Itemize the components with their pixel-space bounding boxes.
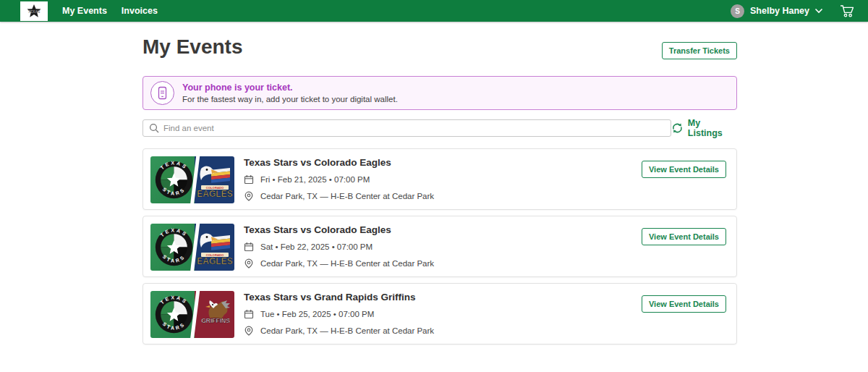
main-content: My Events Transfer Tickets Your phone is…	[142, 34, 737, 344]
event-title: Texas Stars vs Grand Rapids Griffins	[244, 292, 434, 303]
location-pin-icon	[244, 326, 254, 336]
search-row: My Listings	[142, 118, 737, 138]
event-info: Texas Stars vs Colorado Eagles Sat • Feb…	[244, 224, 434, 269]
user-menu[interactable]: S Shelby Haney	[731, 4, 823, 18]
refresh-icon	[671, 122, 684, 134]
nav-link-invoices[interactable]: Invoices	[122, 6, 158, 16]
event-card: TEXAS STARS COLORADO EAGLES	[142, 216, 737, 277]
event-date-row: Sat • Feb 22, 2025 • 07:00 PM	[244, 242, 434, 252]
location-pin-icon	[244, 191, 254, 201]
view-event-details-button[interactable]: View Event Details	[642, 295, 726, 313]
svg-text:EAGLES: EAGLES	[197, 256, 232, 266]
top-nav: TEXAS My Events Invoices S Shelby Haney	[0, 0, 868, 22]
texas-stars-logo-icon: TEXAS STARS	[154, 160, 194, 200]
banner-title: Your phone is your ticket.	[182, 83, 398, 93]
colorado-eagles-logo-icon: COLORADO EAGLES	[195, 158, 233, 202]
event-card: TEXAS STARS GRIFFINS Texas Stars vs Gran…	[142, 283, 737, 344]
transfer-tickets-button[interactable]: Transfer Tickets	[662, 42, 737, 59]
page-header: My Events Transfer Tickets	[142, 34, 737, 59]
event-venue-row: Cedar Park, TX — H-E-B Center at Cedar P…	[244, 258, 434, 269]
event-venue: Cedar Park, TX — H-E-B Center at Cedar P…	[260, 259, 434, 268]
calendar-icon	[244, 174, 254, 185]
event-venue: Cedar Park, TX — H-E-B Center at Cedar P…	[260, 192, 434, 200]
event-image: TEXAS STARS COLORADO EAGLES	[150, 224, 234, 271]
my-listings-label: My Listings	[688, 118, 737, 138]
banner-text: Your phone is your ticket. For the faste…	[182, 83, 398, 103]
calendar-icon	[244, 309, 254, 319]
cart-button[interactable]	[839, 4, 855, 18]
colorado-eagles-logo-icon: COLORADO EAGLES	[195, 226, 233, 269]
event-info: Texas Stars vs Grand Rapids Griffins Tue…	[244, 291, 434, 337]
page-title: My Events	[142, 35, 243, 59]
view-event-details-button[interactable]: View Event Details	[642, 228, 726, 245]
event-card: TEXAS STARS COLORADO EAGLES	[142, 148, 737, 210]
texas-stars-wordmark-icon: TEXAS	[22, 3, 46, 20]
phone-icon	[157, 86, 168, 100]
shopping-cart-icon	[839, 4, 855, 18]
user-name: Shelby Haney	[750, 6, 809, 16]
texas-stars-logo-icon: TEXAS STARS	[154, 227, 194, 267]
nav-link-my-events[interactable]: My Events	[62, 6, 107, 16]
event-list: TEXAS STARS COLORADO EAGLES	[142, 148, 737, 344]
svg-text:GRIFFINS: GRIFFINS	[201, 317, 230, 324]
event-date-row: Tue • Feb 25, 2025 • 07:00 PM	[244, 309, 434, 319]
event-date: Fri • Feb 21, 2025 • 07:00 PM	[260, 175, 370, 184]
avatar[interactable]: S	[731, 4, 744, 18]
event-venue-row: Cedar Park, TX — H-E-B Center at Cedar P…	[244, 326, 434, 336]
location-pin-icon	[244, 258, 254, 269]
search-input[interactable]	[163, 124, 671, 132]
event-date-row: Fri • Feb 21, 2025 • 07:00 PM	[244, 174, 434, 185]
svg-text:EAGLES: EAGLES	[197, 189, 232, 199]
event-venue: Cedar Park, TX — H-E-B Center at Cedar P…	[260, 326, 434, 335]
event-date: Tue • Feb 25, 2025 • 07:00 PM	[260, 310, 374, 318]
my-listings-link[interactable]: My Listings	[671, 118, 737, 138]
event-date: Sat • Feb 22, 2025 • 07:00 PM	[260, 242, 373, 251]
event-title: Texas Stars vs Colorado Eagles	[244, 224, 434, 235]
event-image: TEXAS STARS GRIFFINS	[150, 291, 234, 338]
view-event-details-button[interactable]: View Event Details	[642, 161, 726, 178]
texas-stars-logo-icon: TEXAS STARS	[154, 295, 194, 334]
event-image: TEXAS STARS COLORADO EAGLES	[150, 156, 234, 203]
calendar-icon	[244, 242, 254, 252]
phone-icon-circle	[150, 81, 174, 105]
brand-logo[interactable]: TEXAS	[20, 1, 48, 21]
event-info: Texas Stars vs Colorado Eagles Fri • Feb…	[244, 156, 434, 202]
chevron-down-icon[interactable]	[814, 8, 823, 14]
banner-subtitle: For the fastest way in, add your ticket …	[182, 95, 398, 103]
grand-rapids-griffins-logo-icon: GRIFFINS	[195, 293, 233, 337]
search-box[interactable]	[142, 119, 671, 137]
svg-text:TEXAS: TEXAS	[28, 9, 41, 13]
event-title: Texas Stars vs Colorado Eagles	[244, 157, 434, 168]
search-icon	[149, 123, 159, 133]
digital-wallet-banner: Your phone is your ticket. For the faste…	[142, 76, 737, 110]
event-venue-row: Cedar Park, TX — H-E-B Center at Cedar P…	[244, 191, 434, 201]
